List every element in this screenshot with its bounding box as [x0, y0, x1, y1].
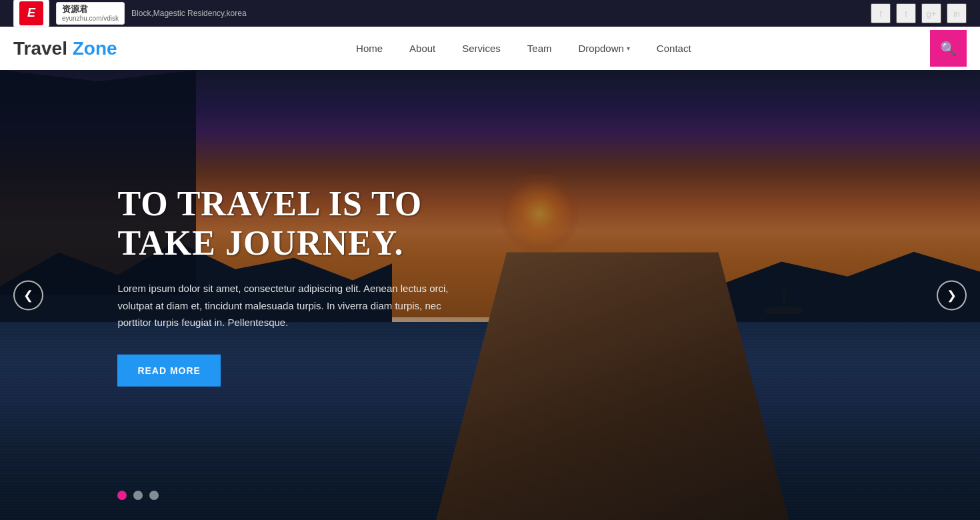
- nav-brand: Travel Zone: [13, 38, 117, 59]
- slider-dot-2[interactable]: [133, 491, 143, 500]
- nav-link-dropdown[interactable]: Dropdown ▾: [565, 28, 643, 69]
- facebook-icon[interactable]: f: [871, 3, 891, 23]
- slider-dots: [117, 491, 159, 500]
- brand-zone: Zone: [67, 38, 117, 59]
- brand-sub: eyunzhu.com/vdisk: [62, 15, 119, 23]
- nav-item-services[interactable]: Services: [449, 28, 514, 69]
- top-bar: E 资源君 eyunzhu.com/vdisk Block,Magestic R…: [0, 0, 980, 27]
- hero-content: TO TRAVEL IS TO TAKE JOURNEY. Lorem ipsu…: [117, 183, 517, 386]
- navbar: Travel Zone Home About Services Team Dro…: [0, 27, 980, 70]
- nav-item-about[interactable]: About: [396, 28, 449, 69]
- nav-links: Home About Services Team Dropdown ▾ Cont…: [343, 28, 705, 69]
- top-bar-left: E 资源君 eyunzhu.com/vdisk Block,Magestic R…: [13, 0, 247, 27]
- nav-item-contact[interactable]: Contact: [643, 28, 705, 69]
- brand-name: 资源君: [62, 4, 119, 15]
- twitter-icon[interactable]: t: [896, 3, 916, 23]
- social-links: f t g+ in: [871, 3, 967, 23]
- slider-next-button[interactable]: ❯: [937, 280, 967, 310]
- googleplus-icon[interactable]: g+: [921, 3, 941, 23]
- nav-item-home[interactable]: Home: [343, 28, 396, 69]
- read-more-button[interactable]: READ MORE: [117, 354, 221, 386]
- brand-logo-box: E: [13, 0, 49, 27]
- slider-prev-button[interactable]: ❮: [13, 280, 43, 310]
- nav-link-team[interactable]: Team: [514, 28, 565, 69]
- brand-travel: Travel: [13, 38, 67, 59]
- dropdown-arrow-icon: ▾: [627, 45, 630, 52]
- nav-link-home[interactable]: Home: [343, 28, 396, 69]
- slider-dot-1[interactable]: [117, 491, 127, 500]
- nav-item-team[interactable]: Team: [514, 28, 565, 69]
- nav-item-dropdown[interactable]: Dropdown ▾: [565, 28, 643, 69]
- address-text: Block,Magestic Residency,korea: [131, 9, 247, 18]
- search-button[interactable]: 🔍: [930, 30, 967, 67]
- linkedin-icon[interactable]: in: [947, 3, 967, 23]
- nav-link-about[interactable]: About: [396, 28, 449, 69]
- hero-text: Lorem ipsum dolor sit amet, consectetur …: [117, 280, 451, 331]
- hero-title: TO TRAVEL IS TO TAKE JOURNEY.: [117, 183, 517, 263]
- slider-dot-3[interactable]: [149, 491, 159, 500]
- logo-letter: E: [19, 1, 43, 25]
- nav-link-services[interactable]: Services: [449, 28, 514, 69]
- hero-section: TO TRAVEL IS TO TAKE JOURNEY. Lorem ipsu…: [0, 70, 980, 520]
- search-icon: 🔍: [940, 41, 957, 57]
- brand-text-box: 资源君 eyunzhu.com/vdisk: [56, 2, 125, 25]
- nav-link-contact[interactable]: Contact: [643, 28, 705, 69]
